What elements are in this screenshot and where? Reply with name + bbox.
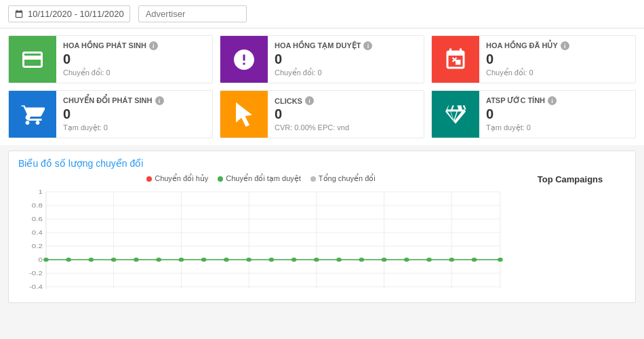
hoa-hong-da-huy-sub: Chuyển đổi: 0 <box>486 68 628 77</box>
atsp-uoc-tinh-value: 0 <box>486 106 628 122</box>
chart-left: Chuyển đổi hủyChuyển đổi tạm duyệtTổng c… <box>18 174 504 296</box>
hoa-hong-tam-duyet-sub: Chuyển đổi: 0 <box>275 68 417 77</box>
chart-container: Chuyển đổi hủyChuyển đổi tạm duyệtTổng c… <box>18 174 626 296</box>
hoa-hong-tam-duyet-title: HOA HỒNG TẠM DUYỆT i <box>275 41 417 50</box>
svg-text:0.8: 0.8 <box>32 202 43 209</box>
hoa-hong-phat-sinh-icon <box>9 36 56 83</box>
header-bar: 10/11/2020 - 10/11/2020 <box>0 0 644 28</box>
svg-point-39 <box>359 258 364 262</box>
legend-dot <box>218 176 223 182</box>
chuyen-doi-phat-sinh-body: CHUYỂN ĐỔI PHÁT SINH i 0 Tạm duyệt: 0 <box>56 91 212 138</box>
atsp-uoc-tinh-info[interactable]: i <box>548 96 557 105</box>
svg-point-43 <box>449 258 454 262</box>
chuyen-doi-phat-sinh-icon <box>9 91 56 138</box>
hoa-hong-da-huy-value: 0 <box>486 52 628 67</box>
atsp-uoc-tinh-sub: Tạm duyệt: 0 <box>486 123 628 132</box>
svg-point-28 <box>111 258 117 262</box>
legend-item: Chuyển đổi tạm duyệt <box>218 174 301 183</box>
legend-label: Chuyển đổi tạm duyệt <box>226 174 301 183</box>
svg-point-41 <box>404 258 409 262</box>
cards-grid: HOA HỒNG PHÁT SINH i 0 Chuyển đổi: 0 HOA… <box>0 28 644 145</box>
svg-point-27 <box>89 258 94 262</box>
top-campaigns: Top Campaigns <box>504 174 626 296</box>
svg-point-44 <box>472 258 477 262</box>
svg-point-42 <box>426 258 432 262</box>
svg-point-36 <box>291 258 297 262</box>
date-range-value: 10/11/2020 - 10/11/2020 <box>28 9 124 19</box>
card-hoa-hong-phat-sinh: HOA HỒNG PHÁT SINH i 0 Chuyển đổi: 0 <box>8 35 213 83</box>
svg-text:-0.2: -0.2 <box>29 270 43 277</box>
svg-text:0.6: 0.6 <box>32 216 43 222</box>
clicks-icon <box>220 91 268 138</box>
svg-point-26 <box>66 258 71 262</box>
svg-point-38 <box>336 258 342 262</box>
card-hoa-hong-da-huy: HOA HỒNG ĐÃ HỦY i 0 Chuyển đổi: 0 <box>431 35 636 83</box>
svg-point-33 <box>224 258 229 262</box>
hoa-hong-da-huy-body: HOA HỒNG ĐÃ HỦY i 0 Chuyển đổi: 0 <box>479 36 635 83</box>
svg-point-35 <box>269 258 275 262</box>
svg-point-30 <box>156 258 161 262</box>
legend-item: Tổng chuyển đổi <box>310 174 376 183</box>
chuyen-doi-phat-sinh-info[interactable]: i <box>155 96 164 105</box>
hoa-hong-phat-sinh-sub: Chuyển đổi: 0 <box>63 68 205 77</box>
hoa-hong-da-huy-info[interactable]: i <box>561 41 569 50</box>
svg-text:0.2: 0.2 <box>32 243 43 250</box>
clicks-value: 0 <box>275 106 417 122</box>
chart-title: Biểu đồ số lượng chuyển đổi <box>18 158 626 169</box>
chart-legend: Chuyển đổi hủyChuyển đổi tạm duyệtTổng c… <box>18 174 504 183</box>
svg-point-29 <box>134 258 139 262</box>
hoa-hong-phat-sinh-title: HOA HỒNG PHÁT SINH i <box>63 41 205 50</box>
legend-dot <box>310 176 316 182</box>
svg-point-34 <box>246 258 251 262</box>
svg-point-32 <box>201 258 207 262</box>
legend-item: Chuyển đổi hủy <box>146 174 208 183</box>
calendar-icon <box>14 9 24 19</box>
advertiser-input[interactable] <box>138 5 247 22</box>
svg-text:1: 1 <box>38 188 43 195</box>
hoa-hong-tam-duyet-body: HOA HỒNG TẠM DUYỆT i 0 Chuyển đổi: 0 <box>268 36 424 83</box>
svg-point-31 <box>179 258 184 262</box>
atsp-uoc-tinh-body: ATSP ƯỚC TÍNH i 0 Tạm duyệt: 0 <box>479 91 635 138</box>
svg-point-40 <box>382 258 387 262</box>
hoa-hong-phat-sinh-body: HOA HỒNG PHÁT SINH i 0 Chuyển đổi: 0 <box>56 36 212 83</box>
hoa-hong-da-huy-title: HOA HỒNG ĐÃ HỦY i <box>486 41 628 50</box>
hoa-hong-phat-sinh-value: 0 <box>63 52 205 67</box>
atsp-uoc-tinh-title: ATSP ƯỚC TÍNH i <box>486 96 628 105</box>
chuyen-doi-phat-sinh-value: 0 <box>63 106 205 122</box>
clicks-title: CLICKS i <box>275 96 417 105</box>
svg-point-25 <box>43 258 49 262</box>
hoa-hong-da-huy-icon <box>432 36 479 83</box>
svg-point-45 <box>498 258 503 262</box>
top-campaigns-title: Top Campaigns <box>515 174 626 184</box>
chuyen-doi-phat-sinh-sub: Tạm duyệt: 0 <box>63 123 205 132</box>
clicks-sub: CVR: 0.00% EPC: vnd <box>275 123 417 132</box>
chart-section: Biểu đồ số lượng chuyển đổi Chuyển đổi h… <box>8 151 636 303</box>
hoa-hong-tam-duyet-info[interactable]: i <box>363 41 372 50</box>
svg-point-37 <box>314 258 319 262</box>
legend-label: Tổng chuyển đổi <box>319 174 376 183</box>
card-clicks: CLICKS i 0 CVR: 0.00% EPC: vnd <box>220 90 424 138</box>
hoa-hong-phat-sinh-info[interactable]: i <box>149 41 158 50</box>
svg-text:0.4: 0.4 <box>32 229 43 236</box>
card-hoa-hong-tam-duyet: HOA HỒNG TẠM DUYỆT i 0 Chuyển đổi: 0 <box>220 35 424 83</box>
chuyen-doi-phat-sinh-title: CHUYỂN ĐỔI PHÁT SINH i <box>63 96 205 105</box>
svg-text:0: 0 <box>38 256 43 263</box>
chart-svg: 1 0.8 0.6 0.4 0.2 0 -0.2 -0.4 <box>18 187 504 296</box>
date-picker[interactable]: 10/11/2020 - 10/11/2020 <box>8 5 130 22</box>
chart-area: 1 0.8 0.6 0.4 0.2 0 -0.2 -0.4 <box>18 187 504 296</box>
hoa-hong-tam-duyet-value: 0 <box>275 52 417 67</box>
legend-dot <box>146 176 152 182</box>
card-atsp-uoc-tinh: ATSP ƯỚC TÍNH i 0 Tạm duyệt: 0 <box>431 90 636 138</box>
card-chuyen-doi-phat-sinh: CHUYỂN ĐỔI PHÁT SINH i 0 Tạm duyệt: 0 <box>8 90 213 138</box>
atsp-uoc-tinh-icon <box>432 91 479 138</box>
hoa-hong-tam-duyet-icon <box>220 36 268 83</box>
clicks-body: CLICKS i 0 CVR: 0.00% EPC: vnd <box>268 91 424 138</box>
svg-text:-0.4: -0.4 <box>29 283 43 290</box>
legend-label: Chuyển đổi hủy <box>155 174 208 183</box>
clicks-info[interactable]: i <box>305 96 314 105</box>
